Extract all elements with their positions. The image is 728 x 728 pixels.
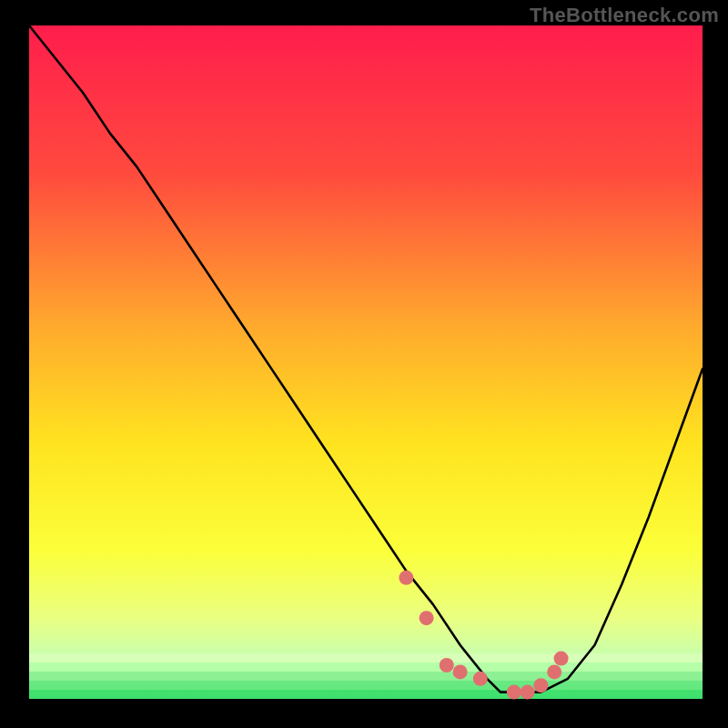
chart-stage: TheBottleneck.com [0,0,728,728]
svg-rect-1 [29,662,703,672]
highlight-dot [399,571,413,585]
svg-rect-3 [29,681,703,690]
highlight-dot [507,685,521,700]
highlight-dot [533,678,548,693]
highlight-dot [420,611,434,625]
highlight-dot [473,672,488,686]
svg-rect-2 [29,672,703,681]
highlight-dot [440,658,454,672]
chart-svg [0,0,728,728]
highlight-dot [547,664,561,679]
highlight-dot [554,652,569,666]
svg-rect-0 [29,653,703,662]
plot-background [29,25,703,699]
highlight-dot [521,685,535,700]
highlight-dot [453,664,468,679]
svg-rect-4 [29,690,703,699]
watermark-text: TheBottleneck.com [530,4,719,27]
bottom-bands [29,653,703,699]
